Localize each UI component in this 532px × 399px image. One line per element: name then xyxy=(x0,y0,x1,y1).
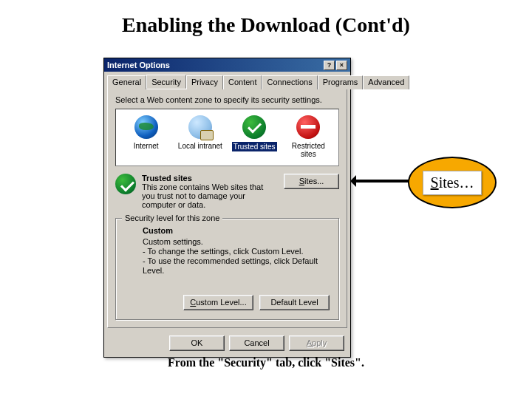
sites-button[interactable]: Sites... xyxy=(284,174,339,189)
zone-label: Restricted sites xyxy=(292,142,325,158)
internet-options-dialog: Internet Options ? × General Security Pr… xyxy=(103,58,351,358)
zone-restricted-sites[interactable]: Restricted sites xyxy=(285,115,331,163)
help-icon[interactable]: ? xyxy=(324,61,335,70)
level-name: Custom xyxy=(143,226,330,236)
security-level-legend: Security level for this zone xyxy=(122,214,222,222)
titlebar: Internet Options ? × xyxy=(104,58,350,72)
callout-label: Sites… xyxy=(423,171,482,195)
callout-oval: Sites… xyxy=(408,157,497,208)
slide-caption: From the "Security" tab, click "Sites". xyxy=(0,356,532,369)
ok-button[interactable]: OK xyxy=(169,335,225,351)
zone-label: Internet xyxy=(134,142,159,150)
security-level-group: Security level for this zone Custom Cust… xyxy=(115,218,339,320)
intranet-icon xyxy=(188,115,212,139)
dialog-button-row: OK Cancel Apply xyxy=(104,331,350,357)
zone-label: Trusted sites xyxy=(232,142,277,151)
tab-privacy[interactable]: Privacy xyxy=(186,75,223,89)
zone-trusted-sites[interactable]: Trusted sites xyxy=(231,115,277,163)
tab-security[interactable]: Security xyxy=(146,75,186,89)
cancel-button[interactable]: Cancel xyxy=(229,335,284,351)
trusted-heading: Trusted sites xyxy=(142,174,278,183)
trusted-description: Trusted sites This zone contains Web sit… xyxy=(142,174,278,209)
tabstrip: General Security Privacy Content Connect… xyxy=(104,72,350,89)
custom-level-button[interactable]: Custom Level... xyxy=(183,295,253,310)
slide-title: Enabling the Download (Cont'd) xyxy=(0,0,532,37)
level-line2: - To change the settings, click Custom L… xyxy=(143,247,330,256)
close-icon[interactable]: × xyxy=(336,61,347,70)
callout-arrow xyxy=(352,180,411,183)
zone-instruction: Select a Web content zone to specify its… xyxy=(115,95,339,104)
tab-advanced[interactable]: Advanced xyxy=(363,75,409,89)
dialog-title: Internet Options xyxy=(107,61,170,69)
tab-connections[interactable]: Connections xyxy=(262,75,317,89)
apply-button[interactable]: Apply xyxy=(289,335,344,351)
security-tabpanel: Select a Web content zone to specify its… xyxy=(107,89,347,328)
zone-label: Local intranet xyxy=(178,142,222,150)
check-icon xyxy=(242,115,266,139)
zone-local-intranet[interactable]: Local intranet xyxy=(177,115,223,163)
tab-programs[interactable]: Programs xyxy=(318,75,364,89)
zone-list: Internet Local intranet Trusted sites Re… xyxy=(115,109,339,166)
tab-content[interactable]: Content xyxy=(223,75,262,89)
restricted-icon xyxy=(296,115,320,139)
zone-internet[interactable]: Internet xyxy=(123,115,169,163)
level-line3: - To use the recommended settings, click… xyxy=(143,256,330,276)
globe-icon xyxy=(134,115,158,139)
trusted-desc-text: This zone contains Web sites that you tr… xyxy=(142,183,263,209)
default-level-button[interactable]: Default Level xyxy=(259,295,330,310)
tab-general[interactable]: General xyxy=(107,75,146,89)
level-line1: Custom settings. xyxy=(143,237,330,247)
check-icon xyxy=(115,174,136,194)
